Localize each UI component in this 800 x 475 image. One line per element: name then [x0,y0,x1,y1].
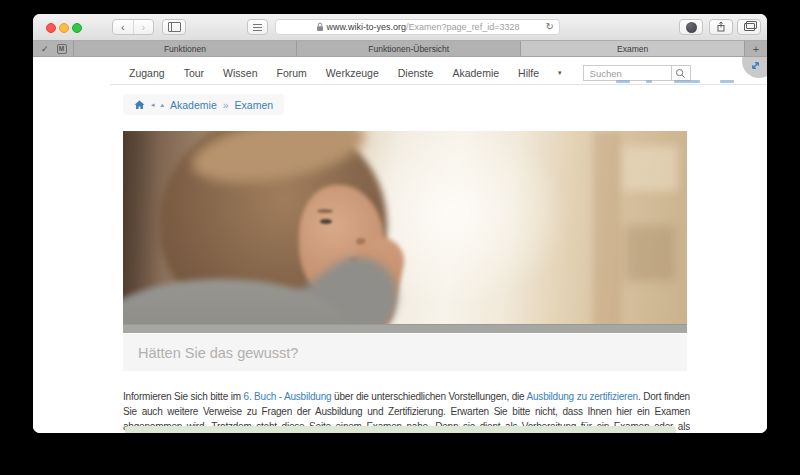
paragraph-text: Informieren Sie sich bitte im [123,391,244,402]
paragraph-text: über die unterschiedlichen Vorstellungen… [331,391,526,402]
nav-item-dienste[interactable]: Dienste [398,67,434,79]
header-divider [110,84,767,85]
desktop: { "browser": { "toolbar": { "url_domain"… [0,0,800,475]
hero-eye [320,219,332,224]
breadcrumb: ◂ ▴ Akademie » Examen [123,94,284,115]
tab-label: Funktionen-Übersicht [368,44,449,54]
fullscreen-toggle-button[interactable] [742,57,767,78]
lock-icon [316,22,324,32]
tab-bar: ✓ M Funktionen Funktionen-Übersicht Exam… [33,41,767,57]
nav-item-akademie[interactable]: Akademie [452,67,499,79]
tab-funktionen-uebersicht[interactable]: Funktionen-Übersicht [296,41,520,56]
breadcrumb-link-examen[interactable]: Examen [235,99,274,111]
page-content: Zugang Tour Wissen Forum Werkzeuge Diens… [33,57,767,433]
reader-icon [253,24,262,31]
show-all-tabs-button[interactable] [737,19,761,35]
sidebar-icon [168,22,181,32]
browser-window: ‹ › www.wiki-to-yes.org/Examen?page_ref_… [33,14,767,433]
search-input[interactable] [583,65,671,81]
extension-circle-icon [686,22,697,33]
link-ausbildung-zertifizieren[interactable]: Ausbildung zu zertifizieren [527,391,638,402]
breadcrumb-link-akademie[interactable]: Akademie [170,99,217,111]
url-path: /Examen?page_ref_id=3328 [406,22,519,32]
search-icon [675,68,686,79]
url-domain: www.wiki-to-yes.org [327,22,407,32]
image-caption: Hätten Sie das gewusst? [123,334,687,371]
nav-item-wissen[interactable]: Wissen [223,67,257,79]
extension-button[interactable] [679,19,703,35]
search-group [583,65,691,81]
breadcrumb-up-icon[interactable]: ▴ [161,101,165,109]
nav-item-werkzeuge[interactable]: Werkzeuge [326,67,379,79]
tab-funktionen[interactable]: Funktionen [73,41,297,56]
tab-examen[interactable]: Examen [520,41,744,56]
refresh-icon[interactable]: ↻ [546,21,554,32]
hero-wall-column [593,131,621,333]
link-6-buch-ausbildung[interactable]: 6. Buch - Ausbildung [244,391,332,402]
minimize-window-button[interactable] [59,23,69,33]
caption-text: Hätten Sie das gewusst? [138,345,298,361]
nav-item-tour[interactable]: Tour [184,67,204,79]
chevron-down-icon[interactable]: ▾ [558,69,562,77]
reader-view-button[interactable] [247,19,268,35]
nav-item-forum[interactable]: Forum [277,67,307,79]
resize-arrows-icon [750,60,761,71]
tab-bar-extensions: ✓ M [33,41,73,56]
new-tab-button[interactable]: + [744,41,767,56]
breadcrumb-back-icon[interactable]: ◂ [151,101,155,109]
green-info-panel [125,426,676,433]
share-icon [715,21,727,33]
nav-item-zugang[interactable]: Zugang [129,67,165,79]
hero-brick-highlight [623,146,678,191]
history-nav-group: ‹ › [112,19,154,35]
back-button[interactable]: ‹ [113,20,133,34]
search-button[interactable] [671,65,691,81]
zoom-window-button[interactable] [72,23,82,33]
tab-label: Funktionen [164,44,206,54]
close-window-button[interactable] [46,23,56,33]
forward-button[interactable]: › [133,20,154,34]
tab-label: Examen [617,44,648,54]
hero-eyebrow [317,209,333,213]
hero-bottom-bar [123,324,687,333]
browser-toolbar: ‹ › www.wiki-to-yes.org/Examen?page_ref_… [33,14,767,41]
breadcrumb-separator: » [223,99,229,111]
tabs-overview-icon [744,23,755,31]
sidebar-toggle-button[interactable] [162,19,186,35]
address-bar[interactable]: www.wiki-to-yes.org/Examen?page_ref_id=3… [275,19,560,35]
home-icon[interactable] [134,100,145,110]
hero-image [123,131,687,333]
nav-item-hilfe[interactable]: Hilfe [518,67,539,79]
hero-brick-shadow [625,226,675,281]
checkmark-extension-icon[interactable]: ✓ [41,44,49,54]
m-extension-icon[interactable]: M [57,44,67,54]
share-button[interactable] [709,19,733,35]
